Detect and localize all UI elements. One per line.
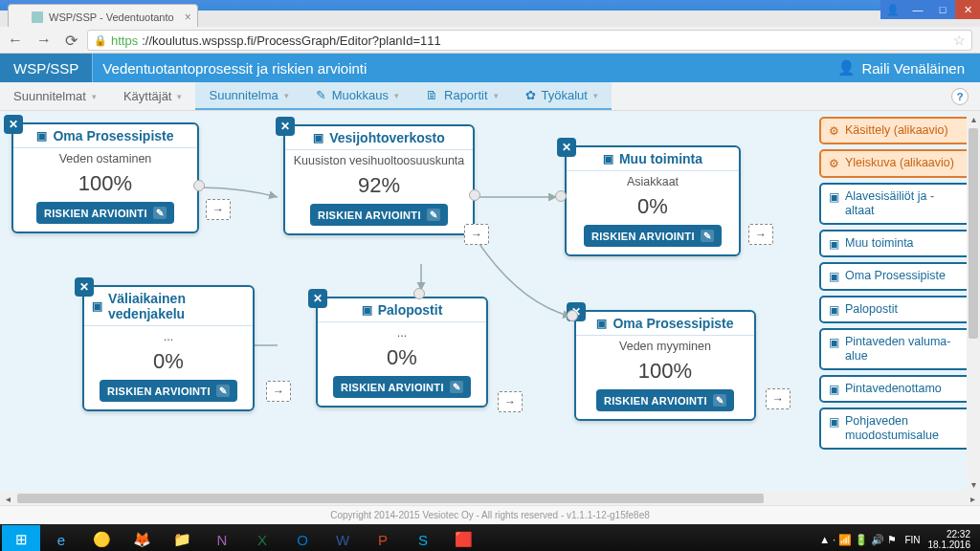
cube-icon: ▣ <box>829 335 839 349</box>
menu-kayttajat[interactable]: Käyttäjät▾ <box>110 82 196 110</box>
node-oma-prosessipiste-1[interactable]: ✕ ▣Oma Prosessipiste Veden ostaminen 100… <box>11 122 199 233</box>
forward-button[interactable]: → <box>36 32 52 50</box>
sidebar-item[interactable]: ▣Palopostit <box>819 296 972 323</box>
bookmark-star-icon[interactable]: ☆ <box>953 33 966 48</box>
node-percent: 92% <box>285 167 473 204</box>
sidebar-item-label: Käsittely (alikaavio) <box>845 123 948 138</box>
node-oma-prosessipiste-2[interactable]: ✕ ▣Oma Prosessipiste Veden myyminen 100%… <box>574 310 756 421</box>
sidebar-item[interactable]: ⚙Käsittely (alikaavio) <box>819 117 972 144</box>
risk-button[interactable]: RISKIEN ARVIOINTI✎ <box>100 380 237 402</box>
favicon <box>32 11 43 23</box>
menu-suunnitelmat[interactable]: Suunnitelmat▾ <box>0 82 110 110</box>
menu-help[interactable]: ? <box>951 82 980 110</box>
menu-tyokalut[interactable]: ✿Työkalut▾ <box>512 82 612 110</box>
menu-raportit[interactable]: 🗎Raportit▾ <box>412 82 512 110</box>
out-port[interactable] <box>266 381 291 402</box>
back-button[interactable]: ← <box>8 32 23 50</box>
taskbar-outlook-icon[interactable]: O <box>283 525 322 551</box>
risk-button[interactable]: RISKIEN ARVIOINTI✎ <box>310 204 448 226</box>
browser-chrome: 👤 — □ ✕ WSP/SSP - Vedentuotanto × ← → ⟳ … <box>0 0 980 54</box>
tray-icons[interactable]: ▲ · 📶 🔋 🔊 ⚑ <box>819 534 897 546</box>
window-close[interactable]: ✕ <box>955 0 980 19</box>
taskbar-explorer-icon[interactable]: 📁 <box>163 525 201 551</box>
vertical-scrollbar[interactable]: ▴ ▾ <box>967 111 980 492</box>
user-menu[interactable]: 👤 Raili Venäläinen <box>837 59 980 77</box>
node-close-icon[interactable]: ✕ <box>308 289 327 308</box>
sidebar-item[interactable]: ▣Muu toiminta <box>819 230 972 257</box>
window-maximize[interactable]: □ <box>930 0 955 19</box>
node-subtitle: ... <box>84 326 253 343</box>
connection-dot[interactable] <box>413 288 425 299</box>
window-minimize[interactable]: — <box>905 0 930 19</box>
risk-button[interactable]: RISKIEN ARVIOINTI✎ <box>584 225 722 247</box>
out-port[interactable] <box>766 388 791 409</box>
connection-dot[interactable] <box>567 310 578 321</box>
node-close-icon[interactable]: ✕ <box>557 138 576 157</box>
taskbar-skype-icon[interactable]: S <box>404 525 442 551</box>
gear-icon: ⚙ <box>829 156 839 170</box>
reload-button[interactable]: ⟳ <box>65 32 78 50</box>
address-bar[interactable]: 🔒 https://koulutus.wspssp.fi/ProcessGrap… <box>87 30 972 51</box>
menu-suunnitelma[interactable]: Suunnitelma▾ <box>195 82 301 110</box>
cube-icon: ▣ <box>36 129 47 143</box>
taskbar-app-icon[interactable]: 🦊 <box>122 525 161 551</box>
out-port[interactable] <box>498 391 523 412</box>
out-port[interactable] <box>464 224 489 245</box>
risk-button[interactable]: RISKIEN ARVIOINTI✎ <box>36 202 174 224</box>
tab-close-icon[interactable]: × <box>185 11 191 24</box>
horizontal-scrollbar[interactable]: ◂ ▸ <box>0 492 980 505</box>
app-brand[interactable]: WSP/SSP <box>0 54 92 82</box>
scroll-right-icon[interactable]: ▸ <box>965 494 980 504</box>
address-row: ← → ⟳ 🔒 https://koulutus.wspssp.fi/Proce… <box>0 27 980 54</box>
start-button[interactable]: ⊞ <box>2 525 40 551</box>
sidebar-item-label: Pintaveden valuma-alue <box>845 335 963 364</box>
gear-icon: ⚙ <box>829 123 839 138</box>
node-title: Oma Prosessipiste <box>53 128 173 143</box>
scroll-thumb[interactable] <box>969 128 978 339</box>
scroll-up-icon[interactable]: ▴ <box>967 111 980 126</box>
window-user-icon[interactable]: 👤 <box>880 0 905 19</box>
node-palopostit[interactable]: ✕ ▣Palopostit ... 0% RISKIEN ARVIOINTI✎ <box>316 297 488 408</box>
node-vesijohtoverkosto[interactable]: ✕ ▣Vesijohtoverkosto Kuusiston vesihuolt… <box>283 124 475 235</box>
tab-strip: WSP/SSP - Vedentuotanto × <box>0 0 980 27</box>
taskbar-word-icon[interactable]: W <box>323 525 362 551</box>
out-port[interactable] <box>748 224 773 245</box>
node-close-icon[interactable]: ✕ <box>276 117 295 136</box>
node-percent: 0% <box>318 340 486 376</box>
node-muu-toiminta[interactable]: ✕ ▣Muu toiminta Asiakkaat 0% RISKIEN ARV… <box>565 145 741 256</box>
page-title: Vedentuotantoprosessit ja riskien arvioi… <box>92 54 367 82</box>
menu-muokkaus[interactable]: ✎Muokkaus▾ <box>302 82 412 110</box>
taskbar: ⊞ e 🟡 🦊 📁 N X O W P S 🟥 ▲ · 📶 🔋 🔊 ⚑ FIN … <box>0 524 980 551</box>
connection-dot[interactable] <box>469 189 480 201</box>
sidebar-item[interactable]: ▣Pintavedenottamo <box>819 375 972 403</box>
out-port[interactable] <box>206 199 231 220</box>
risk-button[interactable]: RISKIEN ARVIOINTI✎ <box>333 376 471 398</box>
taskbar-chrome-icon[interactable]: 🟡 <box>82 525 121 551</box>
browser-tab[interactable]: WSP/SSP - Vedentuotanto × <box>8 4 198 27</box>
connection-dot[interactable] <box>193 180 205 191</box>
node-valiaikainen[interactable]: ✕ ▣Väliaikainen vedenjakelu ... 0% RISKI… <box>82 285 255 411</box>
sidebar-item[interactable]: ▣Oma Prosessipiste <box>819 262 972 290</box>
risk-button[interactable]: RISKIEN ARVIOINTI✎ <box>596 389 734 411</box>
scroll-down-icon[interactable]: ▾ <box>967 476 980 492</box>
sidebar-item[interactable]: ▣Pohjaveden muodostumisalue <box>819 408 972 450</box>
sidebar-item[interactable]: ▣Alavesisäiliöt ja -altaat <box>819 183 972 225</box>
tray-clock[interactable]: 22:32 18.1.2016 <box>928 529 971 550</box>
sidebar-item[interactable]: ▣Pintaveden valuma-alue <box>819 328 972 370</box>
taskbar-ie-icon[interactable]: e <box>42 525 80 551</box>
taskbar-onenote-icon[interactable]: N <box>203 525 241 551</box>
edit-icon: ✎ <box>216 385 230 397</box>
taskbar-excel-icon[interactable]: X <box>243 525 281 551</box>
taskbar-powerpoint-icon[interactable]: P <box>364 525 402 551</box>
node-title: Väliaikainen vedenjakelu <box>108 291 245 321</box>
process-canvas[interactable]: ✕ ▣Oma Prosessipiste Veden ostaminen 100… <box>0 111 980 492</box>
scroll-left-icon[interactable]: ◂ <box>0 494 15 504</box>
node-close-icon[interactable]: ✕ <box>75 277 94 297</box>
sidebar-item[interactable]: ⚙Yleiskuva (alikaavio) <box>819 149 972 177</box>
taskbar-app-icon[interactable]: 🟥 <box>444 525 482 551</box>
tray-language[interactable]: FIN <box>904 535 920 545</box>
node-close-icon[interactable]: ✕ <box>4 115 23 134</box>
scroll-thumb[interactable] <box>17 494 764 503</box>
pencil-icon: ✎ <box>316 88 326 102</box>
connection-dot[interactable] <box>555 190 567 202</box>
